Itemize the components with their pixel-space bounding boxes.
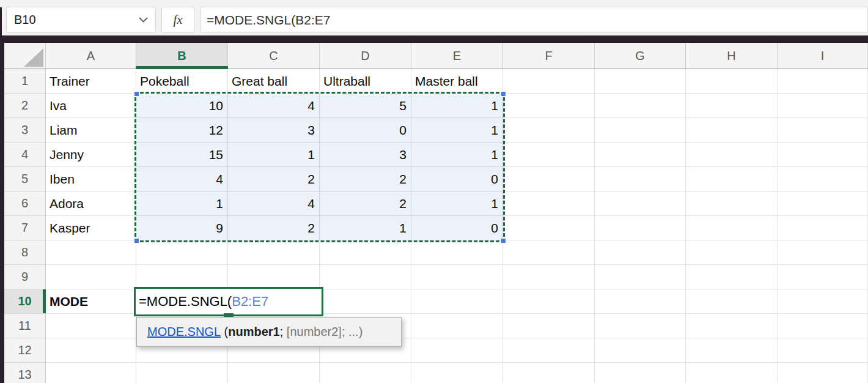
cell-E2[interactable]: 1 xyxy=(411,94,503,118)
cell-B6[interactable]: 1 xyxy=(136,192,228,216)
row-header-6[interactable]: 6 xyxy=(4,192,45,216)
cell-H13[interactable] xyxy=(686,363,778,383)
cell-C3[interactable]: 3 xyxy=(228,118,320,143)
cell-A6[interactable]: Adora xyxy=(46,192,136,216)
cell-E1[interactable]: Master ball xyxy=(411,69,503,94)
cell-D6[interactable]: 2 xyxy=(320,192,411,216)
selection-handle-bottom-left[interactable] xyxy=(134,238,139,244)
cell-E9[interactable] xyxy=(411,265,503,289)
cell-C6[interactable]: 4 xyxy=(228,192,320,216)
cell-G9[interactable] xyxy=(595,265,686,289)
row-header-5[interactable]: 5 xyxy=(4,167,45,192)
cell-G2[interactable] xyxy=(595,94,686,118)
cell-D2[interactable]: 5 xyxy=(320,94,411,118)
cell-G13[interactable] xyxy=(595,363,686,383)
cell-E10[interactable] xyxy=(411,289,503,314)
column-header-C[interactable]: C xyxy=(228,43,320,69)
row-header-10[interactable]: 10 xyxy=(4,289,45,314)
selection-handle-top-right[interactable] xyxy=(501,91,506,97)
cell-D1[interactable]: Ultraball xyxy=(320,69,411,94)
function-name-link[interactable]: MODE.SNGL xyxy=(147,325,221,339)
cell-A7[interactable]: Kasper xyxy=(46,216,136,240)
cell-F6[interactable] xyxy=(503,192,595,216)
cell-D7[interactable]: 1 xyxy=(320,216,411,240)
cell-F12[interactable] xyxy=(503,338,595,363)
cell-C8[interactable] xyxy=(228,240,320,265)
cell-A13[interactable] xyxy=(46,363,136,383)
cell-G7[interactable] xyxy=(595,216,686,240)
column-header-G[interactable]: G xyxy=(595,43,686,69)
cell-G6[interactable] xyxy=(595,192,686,216)
cell-C7[interactable]: 2 xyxy=(228,216,320,240)
cell-D13[interactable] xyxy=(320,363,411,383)
column-header-A[interactable]: A xyxy=(46,43,136,69)
cell-H2[interactable] xyxy=(686,94,778,118)
cell-I4[interactable] xyxy=(778,143,868,167)
cell-G4[interactable] xyxy=(595,143,686,167)
cell-F5[interactable] xyxy=(503,167,595,192)
cell-H12[interactable] xyxy=(686,338,778,363)
cell-E4[interactable]: 1 xyxy=(411,143,503,167)
column-header-B[interactable]: B xyxy=(136,43,228,69)
cell-I10[interactable] xyxy=(778,289,868,314)
cell-E11[interactable] xyxy=(411,314,503,338)
cell-F11[interactable] xyxy=(503,314,595,338)
row-header-2[interactable]: 2 xyxy=(4,94,45,118)
cell-D8[interactable] xyxy=(320,240,411,265)
cell-H10[interactable] xyxy=(686,289,778,314)
cell-H7[interactable] xyxy=(686,216,778,240)
formula-bar[interactable]: =MODE.SNGL(B2:E7 xyxy=(200,7,868,33)
chevron-down-icon[interactable] xyxy=(139,17,148,23)
cell-G3[interactable] xyxy=(595,118,686,143)
cell-I1[interactable] xyxy=(778,69,868,94)
row-header-7[interactable]: 7 xyxy=(4,216,45,240)
cell-A5[interactable]: Iben xyxy=(46,167,136,192)
cell-F9[interactable] xyxy=(503,265,595,289)
cell-F1[interactable] xyxy=(503,69,595,94)
row-header-8[interactable]: 8 xyxy=(4,240,45,265)
cell-E12[interactable] xyxy=(411,338,503,363)
row-header-13[interactable]: 13 xyxy=(4,363,45,383)
row-header-12[interactable]: 12 xyxy=(4,338,45,363)
column-header-F[interactable]: F xyxy=(503,43,595,69)
cell-E13[interactable] xyxy=(411,363,503,383)
insert-function-button[interactable]: fx xyxy=(161,7,194,33)
select-all-button[interactable] xyxy=(4,43,46,69)
selection-handle-bottom-right[interactable] xyxy=(501,238,506,244)
cell-F13[interactable] xyxy=(503,363,595,383)
cell-E5[interactable]: 0 xyxy=(411,167,503,192)
row-header-9[interactable]: 9 xyxy=(4,265,45,289)
cell-A3[interactable]: Liam xyxy=(46,118,136,143)
cell-F7[interactable] xyxy=(503,216,595,240)
cell-E8[interactable] xyxy=(411,240,503,265)
cell-C2[interactable]: 4 xyxy=(228,94,320,118)
cell-F2[interactable] xyxy=(503,94,595,118)
row-header-3[interactable]: 3 xyxy=(4,118,45,143)
cell-A4[interactable]: Jenny xyxy=(46,143,136,167)
cell-I11[interactable] xyxy=(778,314,868,338)
cell-G12[interactable] xyxy=(595,338,686,363)
cell-D4[interactable]: 3 xyxy=(320,143,411,167)
column-header-D[interactable]: D xyxy=(320,43,411,69)
cell-A8[interactable] xyxy=(46,240,136,265)
column-header-E[interactable]: E xyxy=(411,43,503,69)
cell-A12[interactable] xyxy=(46,338,136,363)
cell-D10[interactable] xyxy=(320,289,411,314)
cell-I2[interactable] xyxy=(778,94,868,118)
cell-I6[interactable] xyxy=(778,192,868,216)
cell-B5[interactable]: 4 xyxy=(136,167,228,192)
cell-A11[interactable] xyxy=(46,314,136,338)
cell-F3[interactable] xyxy=(503,118,595,143)
cell-C4[interactable]: 1 xyxy=(228,143,320,167)
cell-A9[interactable] xyxy=(46,265,136,289)
cell-H3[interactable] xyxy=(686,118,778,143)
cell-A10[interactable]: MODE xyxy=(46,289,136,314)
column-header-I[interactable]: I xyxy=(778,43,868,69)
cell-H5[interactable] xyxy=(686,167,778,192)
cell-C5[interactable]: 2 xyxy=(228,167,320,192)
cell-B13[interactable] xyxy=(136,363,228,383)
cell-I5[interactable] xyxy=(778,167,868,192)
cell-H6[interactable] xyxy=(686,192,778,216)
cell-G11[interactable] xyxy=(595,314,686,338)
cell-B2[interactable]: 10 xyxy=(136,94,228,118)
